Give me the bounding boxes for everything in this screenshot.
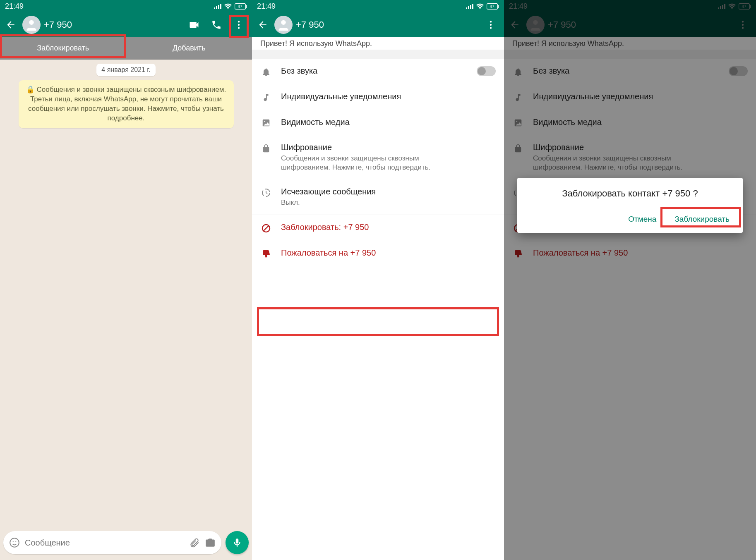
row-report[interactable]: Пожаловаться на +7 950: [252, 241, 504, 266]
message-input-pill[interactable]: [3, 531, 221, 554]
chat-area: 4 января 2021 г. 🔒 Сообщения и звонки за…: [0, 60, 252, 560]
lock-icon: [260, 143, 272, 153]
row-disappearing[interactable]: Исчезающие сообщения Выкл.: [252, 179, 504, 215]
image-icon: [260, 117, 272, 127]
back-icon[interactable]: [2, 17, 19, 33]
screenshot-2: 21:49 37 +7 950 Привет! Я использую What…: [252, 0, 504, 560]
timer-icon: [260, 187, 272, 198]
svg-rect-19: [498, 5, 499, 8]
custom-notif-label: Индивидуальные уведомления: [281, 92, 496, 101]
status-bar: 21:49 37: [0, 0, 252, 12]
signal-icon: [214, 3, 221, 9]
svg-rect-1: [216, 6, 217, 9]
avatar[interactable]: [274, 16, 293, 34]
chat-header: +7 950: [0, 12, 252, 37]
disappearing-label: Исчезающие сообщения: [281, 187, 496, 196]
note-icon: [260, 92, 272, 103]
partial-about: Привет! Я использую WhatsApp.: [252, 37, 504, 50]
encryption-label: Шифрование: [281, 143, 496, 152]
contact-title[interactable]: +7 950: [296, 19, 479, 30]
block-label: Заблокировать: +7 950: [281, 223, 496, 232]
modal-backdrop[interactable]: [504, 0, 756, 560]
disappearing-sub: Выкл.: [281, 198, 438, 207]
status-time: 21:49: [257, 2, 276, 11]
svg-rect-0: [214, 7, 215, 9]
emoji-icon[interactable]: [9, 537, 20, 548]
message-input[interactable]: [25, 538, 184, 548]
tab-add[interactable]: Добавить: [126, 37, 252, 59]
screenshot-1: 21:49 37 +7 950: [0, 0, 252, 560]
encryption-notice[interactable]: 🔒 Сообщения и звонки защищены сквозным ш…: [19, 80, 234, 128]
row-custom-notifications[interactable]: Индивидуальные уведомления: [252, 84, 504, 110]
svg-rect-5: [246, 5, 247, 8]
voice-call-icon[interactable]: [208, 17, 225, 33]
svg-rect-14: [466, 7, 467, 9]
mute-label: Без звука: [281, 66, 468, 76]
status-time: 21:49: [5, 2, 24, 11]
svg-point-13: [15, 541, 16, 542]
svg-rect-17: [472, 4, 473, 9]
svg-point-24: [490, 27, 492, 29]
wifi-icon: [224, 3, 232, 10]
svg-point-12: [13, 541, 14, 542]
chat-title[interactable]: +7 950: [44, 19, 182, 30]
svg-point-22: [490, 21, 492, 22]
block-icon: [260, 223, 272, 233]
status-icons: 37: [466, 3, 499, 10]
block-add-tabs: Заблокировать Добавить: [0, 37, 252, 60]
svg-rect-2: [218, 5, 219, 9]
status-icons: 37: [214, 3, 247, 10]
mic-button[interactable]: [226, 531, 249, 554]
screenshot-3: 21:49 37 +7 950 Привет! Я использую What…: [504, 0, 756, 560]
svg-text:37: 37: [238, 4, 242, 9]
contact-header: +7 950: [252, 12, 504, 37]
attach-icon[interactable]: [189, 537, 200, 548]
dialog-title: Заблокировать контакт +7 950 ?: [527, 188, 733, 200]
thumbs-down-icon: [260, 248, 272, 259]
encryption-sub: Сообщения и звонки защищены сквозным шиф…: [281, 154, 438, 172]
wifi-icon: [476, 3, 484, 10]
svg-point-26: [264, 121, 265, 122]
media-vis-label: Видимость медиа: [281, 117, 496, 127]
svg-line-29: [264, 226, 269, 231]
report-label: Пожаловаться на +7 950: [281, 248, 496, 258]
battery-icon: 37: [235, 3, 247, 10]
date-chip: 4 января 2021 г.: [96, 64, 155, 76]
video-call-icon[interactable]: [186, 17, 202, 33]
back-icon[interactable]: [254, 17, 271, 33]
block-confirm-dialog: Заблокировать контакт +7 950 ? Отмена За…: [517, 178, 743, 233]
row-block[interactable]: Заблокировать: +7 950: [252, 215, 504, 241]
svg-point-10: [238, 27, 240, 29]
dialog-cancel-button[interactable]: Отмена: [625, 211, 660, 228]
svg-point-11: [10, 538, 19, 547]
bell-icon: [260, 66, 272, 77]
svg-rect-3: [220, 4, 221, 9]
row-mute[interactable]: Без звука: [252, 59, 504, 84]
more-menu-icon[interactable]: [230, 17, 247, 33]
dialog-confirm-button[interactable]: Заблокировать: [671, 211, 733, 228]
row-encryption[interactable]: Шифрование Сообщения и звонки защищены с…: [252, 135, 504, 179]
tab-block[interactable]: Заблокировать: [0, 37, 126, 59]
more-menu-icon[interactable]: [482, 17, 499, 33]
svg-point-8: [238, 21, 240, 22]
svg-point-21: [281, 20, 286, 25]
svg-point-7: [29, 20, 34, 25]
svg-rect-15: [468, 6, 469, 9]
mute-toggle[interactable]: [477, 66, 496, 76]
signal-icon: [466, 3, 473, 9]
avatar[interactable]: [22, 16, 41, 34]
row-media-visibility[interactable]: Видимость медиа: [252, 110, 504, 135]
battery-icon: 37: [487, 3, 499, 10]
svg-text:37: 37: [490, 4, 494, 9]
svg-rect-16: [470, 5, 471, 9]
status-bar: 21:49 37: [252, 0, 504, 12]
camera-icon[interactable]: [205, 537, 216, 548]
svg-point-23: [490, 24, 492, 26]
message-input-bar: [3, 531, 249, 554]
svg-point-9: [238, 24, 240, 26]
contact-settings: Привет! Я использую WhatsApp. Без звука …: [252, 37, 504, 560]
